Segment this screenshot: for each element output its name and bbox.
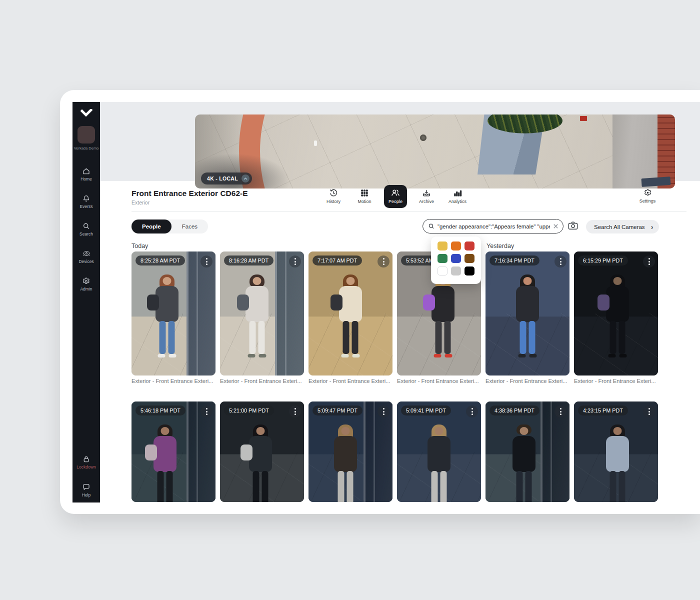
page-subtitle: Exterior (132, 200, 150, 206)
detection-thumbnail[interactable]: 5:09:47 PM PDT (308, 402, 392, 502)
thumbnail-caption: Exterior - Front Entrance Exteri... (220, 378, 304, 384)
lock-icon (82, 455, 90, 464)
tab-history[interactable]: History (322, 185, 345, 208)
timestamp-badge: 6:15:29 PM PDT (578, 256, 628, 266)
detection-thumbnail[interactable]: 8:16:28 AM PDT (220, 252, 304, 376)
chevron-right-icon: › (651, 223, 654, 231)
color-filter-dropdown (431, 236, 481, 284)
sidebar-item-search[interactable]: Search (72, 222, 100, 236)
tab-analytics[interactable]: Analytics (446, 185, 469, 208)
timestamp-badge: 4:38:36 PM PDT (490, 406, 540, 416)
thumbnail-caption: Exterior - Front Entrance Exteri... (132, 378, 216, 384)
group-label-yesterday: Yesterday (486, 242, 514, 250)
org-name: Verkada Demo (72, 146, 100, 151)
thumbnail-caption: Exterior - Front Entrance Exteri... (574, 378, 658, 384)
kebab-menu-icon[interactable] (200, 256, 212, 268)
detection-thumbnail[interactable]: 4:23:15 PM PDT (574, 402, 658, 502)
sidebar-item-devices[interactable]: Devices (72, 250, 100, 264)
people-faces-toggle: People Faces (132, 220, 208, 234)
color-swatch-green[interactable] (438, 254, 448, 263)
clear-search-icon[interactable] (553, 224, 558, 229)
kebab-menu-icon[interactable] (643, 256, 655, 268)
kebab-menu-icon[interactable] (466, 406, 478, 418)
kebab-menu-icon[interactable] (554, 406, 566, 418)
timestamp-badge: 5:09:47 PM PDT (312, 406, 362, 416)
camera-live-view[interactable]: 4K - LOCAL (195, 114, 675, 188)
detection-thumbnail[interactable]: 7:16:34 PM PDT (486, 252, 570, 376)
quality-label: 4K - LOCAL (207, 176, 238, 182)
attribute-search-input[interactable]: "gender appearance":"Appears female" "up… (422, 219, 564, 234)
pavement-speck (314, 140, 317, 146)
sidebar-item-home[interactable]: Home (72, 167, 100, 182)
home-icon (82, 167, 90, 176)
chat-icon (82, 483, 90, 492)
timestamp-badge: 7:17:07 AM PDT (312, 256, 362, 266)
gear-icon (82, 277, 90, 286)
timestamp-badge: 8:25:28 AM PDT (136, 256, 185, 266)
kebab-menu-icon[interactable] (378, 256, 390, 268)
tab-archive[interactable]: Archive (415, 185, 438, 208)
color-swatch-blue[interactable] (451, 254, 461, 263)
timestamp-badge: 4:23:15 PM PDT (578, 406, 628, 416)
kebab-menu-icon[interactable] (200, 406, 212, 418)
detection-thumbnail[interactable]: 7:17:07 AM PDT (308, 252, 392, 376)
color-swatch-grid (438, 242, 481, 276)
camera-icon (568, 221, 578, 230)
archive-icon (422, 188, 431, 198)
color-swatch-red[interactable] (464, 242, 474, 250)
color-swatch-black[interactable] (464, 266, 474, 276)
timestamp-badge: 5:21:00 PM PDT (224, 406, 274, 416)
settings-button[interactable]: Settings (636, 185, 660, 208)
kebab-menu-icon[interactable] (643, 406, 655, 418)
chevron-up-icon (242, 174, 250, 182)
color-swatch-gray[interactable] (451, 266, 461, 276)
segment-people[interactable]: People (132, 220, 172, 234)
timestamp-badge: 7:16:34 PM PDT (490, 256, 540, 266)
detection-thumbnail[interactable]: 8:25:28 AM PDT (132, 252, 216, 376)
sidebar-item-lockdown[interactable]: Lockdown (72, 455, 100, 470)
detection-thumbnail[interactable]: 5:09:41 PM PDT (397, 402, 481, 502)
kebab-menu-icon[interactable] (289, 406, 301, 418)
segment-faces[interactable]: Faces (172, 220, 208, 234)
sidebar-item-events[interactable]: Events (72, 194, 100, 209)
color-swatch-yellow[interactable] (438, 242, 448, 250)
tab-people[interactable]: People (384, 185, 407, 208)
stream-quality-badge[interactable]: 4K - LOCAL (201, 172, 252, 184)
detection-thumbnail[interactable]: 5:46:18 PM PDT (132, 402, 216, 502)
motion-grid-icon (360, 188, 369, 198)
thumbnail-caption: Exterior - Front Entrance Exteri... (486, 378, 570, 384)
color-swatch-orange[interactable] (451, 242, 461, 250)
camera-device-icon (82, 250, 91, 258)
people-icon (391, 188, 400, 198)
detection-thumbnail[interactable]: 6:15:29 PM PDT (574, 252, 658, 376)
search-all-label: Search All Cameras (594, 224, 645, 230)
timestamp-badge: 5:09:41 PM PDT (401, 406, 451, 416)
thumbnail-caption: Exterior - Front Entrance Exteri... (308, 378, 392, 384)
search-query-text: "gender appearance":"Appears female" "up… (438, 224, 550, 230)
sidebar-item-admin[interactable]: Admin (72, 277, 100, 292)
color-swatch-brown[interactable] (464, 254, 474, 263)
gear-icon (644, 188, 652, 197)
analytics-bars-icon (453, 188, 462, 198)
group-label-today: Today (132, 242, 148, 250)
color-swatch-white[interactable] (438, 266, 448, 276)
kebab-menu-icon[interactable] (289, 256, 301, 268)
detection-thumbnail[interactable]: 4:38:36 PM PDT (486, 402, 570, 502)
timestamp-badge: 8:16:28 AM PDT (224, 256, 274, 266)
sidebar-item-help[interactable]: Help (72, 483, 100, 498)
page-title: Front Entrance Exterior CD62-E (132, 189, 248, 198)
tab-motion[interactable]: Motion (353, 185, 376, 208)
image-search-button[interactable] (568, 221, 578, 232)
drain (420, 134, 426, 141)
search-all-cameras-button[interactable]: Search All Cameras › (586, 220, 659, 234)
sidebar: Verkada Demo Home Events Search Devices … (72, 102, 100, 502)
app-window: Verkada Demo Home Events Search Devices … (60, 90, 700, 514)
history-icon (329, 188, 338, 198)
timestamp-badge: 5:46:18 PM PDT (136, 406, 186, 416)
kebab-menu-icon[interactable] (378, 406, 390, 418)
header-divider (132, 211, 686, 212)
video-stage: 4K - LOCAL (100, 102, 700, 181)
org-avatar[interactable] (78, 126, 95, 144)
kebab-menu-icon[interactable] (554, 256, 566, 268)
detection-thumbnail[interactable]: 5:21:00 PM PDT (220, 402, 304, 502)
